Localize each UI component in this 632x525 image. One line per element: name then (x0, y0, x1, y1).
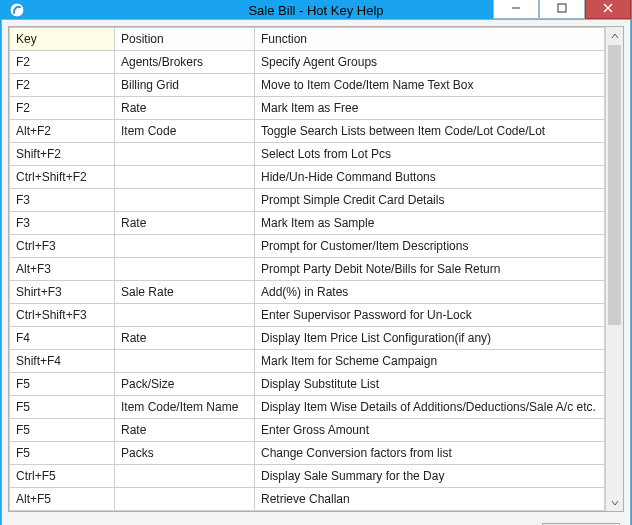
cell-function: Display Substitute List (255, 373, 605, 396)
cell-key: F3 (10, 212, 115, 235)
close-icon (603, 3, 613, 13)
cell-function: Mark Item as Sample (255, 212, 605, 235)
cell-function: Add(%) in Rates (255, 281, 605, 304)
cell-position: Rate (115, 327, 255, 350)
minimize-button[interactable] (493, 0, 539, 19)
table-row[interactable]: F5Item Code/Item NameDisplay Item Wise D… (10, 396, 605, 419)
chevron-up-icon (611, 32, 619, 40)
cell-key: Alt+F3 (10, 258, 115, 281)
svg-point-0 (10, 3, 24, 17)
cell-key: Ctrl+F3 (10, 235, 115, 258)
maximize-icon (557, 3, 567, 13)
cell-function: Enter Supervisor Password for Un-Lock (255, 304, 605, 327)
cell-key: F2 (10, 97, 115, 120)
vertical-scrollbar[interactable] (605, 27, 623, 511)
svg-rect-2 (558, 4, 566, 12)
cell-position (115, 350, 255, 373)
cell-position: Sale Rate (115, 281, 255, 304)
chevron-down-icon (611, 499, 619, 507)
col-header-position[interactable]: Position (115, 28, 255, 51)
cell-function: Prompt Simple Credit Card Details (255, 189, 605, 212)
cell-key: Ctrl+Shift+F3 (10, 304, 115, 327)
maximize-button[interactable] (539, 0, 585, 19)
table-row[interactable]: Shirt+F3Sale RateAdd(%) in Rates (10, 281, 605, 304)
cell-position (115, 235, 255, 258)
table-row[interactable]: Shift+F4Mark Item for Scheme Campaign (10, 350, 605, 373)
cell-function: Change Conversion factors from list (255, 442, 605, 465)
cell-key: F3 (10, 189, 115, 212)
cell-position: Packs (115, 442, 255, 465)
cell-key: Alt+F5 (10, 488, 115, 511)
table-row[interactable]: Ctrl+F3Prompt for Customer/Item Descript… (10, 235, 605, 258)
cell-function: Select Lots from Lot Pcs (255, 143, 605, 166)
cell-function: Move to Item Code/Item Name Text Box (255, 74, 605, 97)
col-header-key[interactable]: Key (10, 28, 115, 51)
cell-position (115, 189, 255, 212)
cell-function: Specify Agent Groups (255, 51, 605, 74)
table-row[interactable]: F5RateEnter Gross Amount (10, 419, 605, 442)
hotkey-table: Key Position Function F2Agents/BrokersSp… (9, 27, 605, 511)
table-row[interactable]: F4RateDisplay Item Price List Configurat… (10, 327, 605, 350)
cell-function: Display Item Price List Configuration(if… (255, 327, 605, 350)
cell-key: F2 (10, 74, 115, 97)
titlebar[interactable]: Sale Bill - Hot Key Help (1, 1, 631, 19)
cell-function: Display Sale Summary for the Day (255, 465, 605, 488)
table-row[interactable]: Ctrl+Shift+F3Enter Supervisor Password f… (10, 304, 605, 327)
cell-key: F2 (10, 51, 115, 74)
cell-function: Toggle Search Lists between Item Code/Lo… (255, 120, 605, 143)
hotkey-grid: Key Position Function F2Agents/BrokersSp… (8, 26, 624, 512)
cell-key: F5 (10, 419, 115, 442)
cell-function: Prompt for Customer/Item Descriptions (255, 235, 605, 258)
minimize-icon (511, 3, 521, 13)
table-row[interactable]: Shift+F2Select Lots from Lot Pcs (10, 143, 605, 166)
cell-position (115, 465, 255, 488)
cell-position (115, 258, 255, 281)
cell-position: Rate (115, 212, 255, 235)
table-row[interactable]: F2Billing GridMove to Item Code/Item Nam… (10, 74, 605, 97)
col-header-function[interactable]: Function (255, 28, 605, 51)
cell-key: Ctrl+Shift+F2 (10, 166, 115, 189)
cell-position: Agents/Brokers (115, 51, 255, 74)
cell-key: F5 (10, 442, 115, 465)
window-close-button[interactable] (585, 0, 631, 19)
cell-function: Retrieve Challan (255, 488, 605, 511)
table-row[interactable]: Ctrl+Shift+F2Hide/Un-Hide Command Button… (10, 166, 605, 189)
table-row[interactable]: Alt+F2Item CodeToggle Search Lists betwe… (10, 120, 605, 143)
cell-key: F4 (10, 327, 115, 350)
table-row[interactable]: F3RateMark Item as Sample (10, 212, 605, 235)
table-row[interactable]: Alt+F3Prompt Party Debit Note/Bills for … (10, 258, 605, 281)
cell-key: Shift+F2 (10, 143, 115, 166)
cell-position (115, 488, 255, 511)
cell-position: Pack/Size (115, 373, 255, 396)
table-row[interactable]: Ctrl+F5Display Sale Summary for the Day (10, 465, 605, 488)
scroll-thumb[interactable] (608, 45, 621, 325)
cell-key: Shift+F4 (10, 350, 115, 373)
cell-position: Item Code/Item Name (115, 396, 255, 419)
cell-function: Display Item Wise Details of Additions/D… (255, 396, 605, 419)
client-area: Key Position Function F2Agents/BrokersSp… (1, 19, 631, 525)
scroll-down-arrow[interactable] (606, 494, 623, 511)
cell-function: Prompt Party Debit Note/Bills for Sale R… (255, 258, 605, 281)
cell-key: F5 (10, 396, 115, 419)
cell-position (115, 304, 255, 327)
cell-position (115, 166, 255, 189)
cell-function: Enter Gross Amount (255, 419, 605, 442)
cell-key: F5 (10, 373, 115, 396)
grid-viewport: Key Position Function F2Agents/BrokersSp… (9, 27, 605, 511)
table-row[interactable]: F5Pack/SizeDisplay Substitute List (10, 373, 605, 396)
cell-function: Mark Item for Scheme Campaign (255, 350, 605, 373)
table-row[interactable]: F2Agents/BrokersSpecify Agent Groups (10, 51, 605, 74)
scroll-up-arrow[interactable] (606, 27, 623, 44)
cell-function: Mark Item as Free (255, 97, 605, 120)
table-header-row: Key Position Function (10, 28, 605, 51)
table-row[interactable]: Alt+F5Retrieve Challan (10, 488, 605, 511)
window-frame: Sale Bill - Hot Key Help (0, 0, 632, 525)
table-row[interactable]: F5PacksChange Conversion factors from li… (10, 442, 605, 465)
cell-position: Billing Grid (115, 74, 255, 97)
footer: Close (2, 516, 630, 525)
cell-key: Shirt+F3 (10, 281, 115, 304)
table-row[interactable]: F2RateMark Item as Free (10, 97, 605, 120)
cell-key: Alt+F2 (10, 120, 115, 143)
cell-position: Rate (115, 97, 255, 120)
table-row[interactable]: F3Prompt Simple Credit Card Details (10, 189, 605, 212)
